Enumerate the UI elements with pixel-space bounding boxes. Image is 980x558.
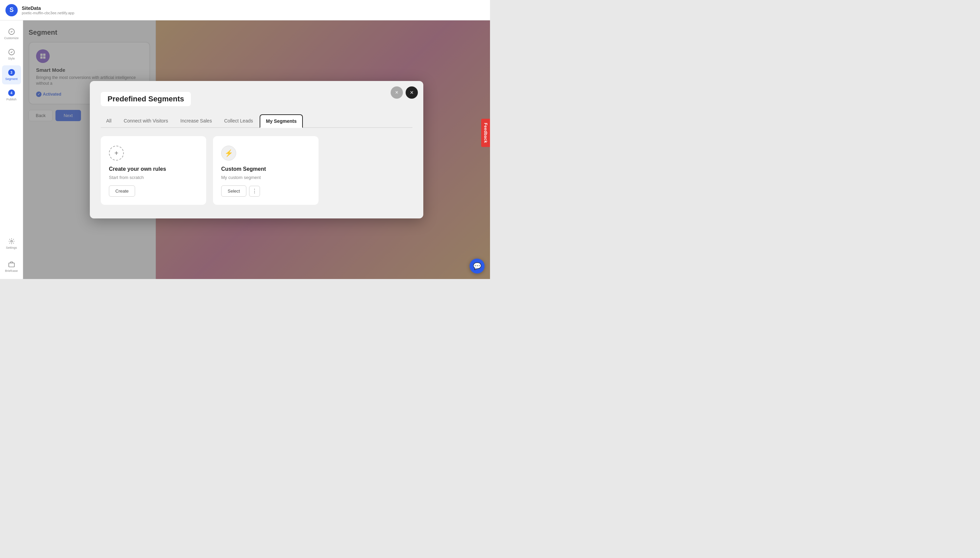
- briefcase-icon: [8, 261, 15, 268]
- create-button[interactable]: Create: [109, 185, 135, 197]
- create-own-desc: Start from scratch: [109, 175, 198, 180]
- app-logo: S: [5, 4, 18, 16]
- tab-all[interactable]: All: [101, 114, 117, 127]
- sidebar-style-label: Style: [8, 57, 15, 60]
- create-own-card: + Create your own rules Start from scrat…: [101, 136, 206, 205]
- custom-segment-title: Custom Segment: [221, 166, 310, 172]
- site-url: poetic-muffin-cbc3ee.netlify.app: [22, 11, 74, 15]
- sidebar-publish-label: Publish: [7, 98, 17, 101]
- modal-close-gray-button[interactable]: ×: [391, 87, 403, 98]
- sidebar-item-segment[interactable]: 3 Segment: [2, 65, 21, 84]
- sidebar-item-publish[interactable]: 4 Publish: [2, 86, 21, 105]
- create-own-icon: +: [109, 146, 124, 161]
- top-bar: S SiteData poetic-muffin-cbc3ee.netlify.…: [0, 0, 490, 20]
- custom-segment-desc: My custom segment: [221, 175, 310, 180]
- check-icon: [8, 28, 15, 35]
- sidebar-item-style[interactable]: Style: [2, 45, 21, 64]
- custom-segment-footer: Select ⋮: [221, 185, 310, 197]
- create-own-title: Create your own rules: [109, 166, 198, 172]
- modal-title: Predefined Segments: [101, 92, 191, 106]
- main-content: Segment Smart Mode Bringing the most con…: [23, 20, 490, 279]
- sidebar: Customize Style 3 Segment 4 Publish Sett…: [0, 20, 23, 279]
- site-info: SiteData poetic-muffin-cbc3ee.netlify.ap…: [22, 5, 74, 15]
- site-name: SiteData: [22, 5, 74, 11]
- modal-overlay: Predefined Segments × × All Connect with…: [23, 20, 490, 279]
- sidebar-item-briefcase[interactable]: Briefcase: [2, 257, 21, 276]
- sidebar-briefcase-label: Briefcase: [5, 269, 18, 272]
- tab-my-segments[interactable]: My Segments: [259, 114, 302, 128]
- tab-sales[interactable]: Increase Sales: [175, 114, 217, 127]
- tab-leads[interactable]: Collect Leads: [219, 114, 259, 127]
- custom-segment-icon: ⚡: [221, 146, 236, 161]
- sidebar-item-customize[interactable]: Customize: [2, 25, 21, 44]
- publish-step-number: 4: [8, 89, 15, 96]
- sidebar-segment-label: Segment: [5, 77, 17, 80]
- select-button[interactable]: Select: [221, 185, 246, 197]
- custom-segment-card: ⚡ Custom Segment My custom segment Selec…: [213, 136, 318, 205]
- modal-close-button[interactable]: ×: [405, 87, 418, 98]
- tab-connect[interactable]: Connect with Visitors: [118, 114, 174, 127]
- feedback-tab[interactable]: Feedback: [481, 119, 490, 147]
- svg-point-2: [11, 241, 12, 242]
- segment-cards-grid: + Create your own rules Start from scrat…: [101, 136, 412, 205]
- chat-icon: 💬: [473, 262, 481, 270]
- sidebar-settings-label: Settings: [6, 246, 17, 249]
- segment-tabs: All Connect with Visitors Increase Sales…: [101, 114, 412, 128]
- check-icon-style: [8, 49, 15, 56]
- settings-icon: [8, 238, 15, 245]
- create-own-footer: Create: [109, 185, 198, 197]
- predefined-segments-modal: Predefined Segments × × All Connect with…: [90, 81, 423, 218]
- chat-bubble[interactable]: 💬: [469, 259, 484, 274]
- segment-step-number: 3: [8, 69, 15, 76]
- more-options-button[interactable]: ⋮: [249, 186, 260, 197]
- sidebar-item-settings[interactable]: Settings: [2, 234, 21, 253]
- svg-rect-3: [8, 263, 14, 267]
- sidebar-customize-label: Customize: [4, 36, 19, 40]
